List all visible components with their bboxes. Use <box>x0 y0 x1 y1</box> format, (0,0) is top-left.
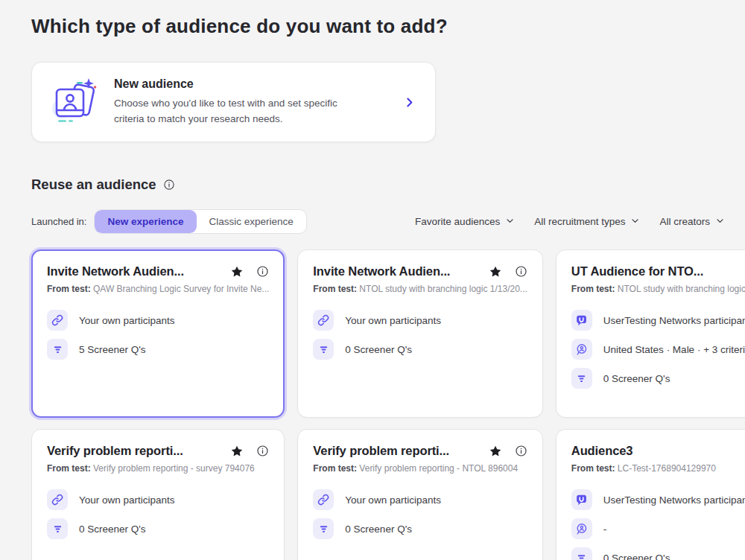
audience-card-title: Verify problem reporti... <box>313 444 484 458</box>
from-test-value: NTOL study with branching logic 1/13/20.… <box>618 284 745 294</box>
new-audience-description: Choose who you'd like to test with and s… <box>114 96 346 127</box>
from-test-line: From test: NTOL study with branching log… <box>571 284 745 294</box>
from-test-value: NTOL study with branching logic 1/13/20.… <box>359 284 527 294</box>
audience-card-details: Your own participants5 Screener Q's <box>47 310 269 360</box>
id-cards-illustration-icon <box>44 75 104 129</box>
audience-detail-row: 0 Screener Q's <box>313 518 527 539</box>
usertesting-icon <box>571 310 592 331</box>
audience-card-header: UT Audience for NTO... <box>571 264 745 279</box>
audience-card-header: Verify problem reporti... <box>47 444 269 458</box>
from-test-line: From test: QAW Branching Logic Survey fo… <box>47 284 269 294</box>
filter-icon <box>47 339 68 360</box>
link-icon <box>47 489 68 510</box>
filter-icon <box>571 368 592 389</box>
audience-detail-row: - <box>571 518 745 539</box>
audience-detail-row: 0 Screener Q's <box>571 547 745 560</box>
audience-detail-row: UserTesting Networks participants <box>571 489 745 510</box>
from-test-label: From test: <box>47 463 91 474</box>
new-audience-title: New audience <box>114 77 403 91</box>
chevron-down-icon <box>715 216 725 228</box>
info-icon[interactable] <box>163 179 175 191</box>
toggle-new-experience[interactable]: New experience <box>95 210 196 233</box>
audience-detail-text: Your own participants <box>79 315 175 326</box>
audience-criteria-icon <box>571 518 592 539</box>
audience-card-2[interactable]: Invite Network Audien... From test: NTOL… <box>297 249 542 418</box>
chevron-down-icon <box>630 216 640 228</box>
audience-card-5[interactable]: Verify problem reporti... From test: Ver… <box>297 429 542 560</box>
from-test-label: From test: <box>571 284 615 294</box>
chevron-down-icon <box>505 216 515 228</box>
filter-icon <box>47 518 68 539</box>
audience-card-6[interactable]: Audience3 From test: LC-Test-17689041299… <box>556 429 745 560</box>
audience-card-header: Audience3 <box>571 444 745 458</box>
from-test-label: From test: <box>313 284 357 294</box>
audience-detail-text: Your own participants <box>345 494 441 506</box>
toggle-classic-experience[interactable]: Classic experience <box>197 210 306 233</box>
audience-card-3[interactable]: UT Audience for NTO... From test: NTOL s… <box>556 249 745 418</box>
recruitment-types-dropdown[interactable]: All recruitment types <box>534 216 640 228</box>
info-icon[interactable] <box>256 265 269 278</box>
from-test-value: QAW Branching Logic Survey for Invite Ne… <box>93 284 269 294</box>
filter-icon <box>313 518 334 539</box>
audience-card-details: UserTesting Networks participants-0 Scre… <box>571 489 745 560</box>
filter-icon <box>571 547 592 560</box>
new-audience-card[interactable]: New audience Choose who you'd like to te… <box>31 62 436 142</box>
audience-detail-row: United States · Male · + 3 criteria <box>571 339 745 360</box>
usertesting-icon <box>571 489 592 510</box>
audience-detail-row: Your own participants <box>313 310 527 331</box>
audience-detail-row: Your own participants <box>313 489 527 510</box>
from-test-line: From test: LC-Test-1768904129970 <box>571 463 745 474</box>
from-test-line: From test: NTOL study with branching log… <box>313 284 527 294</box>
favorite-audiences-label: Favorite audiences <box>415 216 500 227</box>
audience-criteria-icon <box>571 339 592 360</box>
audience-detail-text: Your own participants <box>345 315 441 326</box>
audience-detail-row: 5 Screener Q's <box>47 339 269 360</box>
audience-detail-text: United States · Male · + 3 criteria <box>603 344 745 355</box>
audience-card-header: Invite Network Audien... <box>47 264 269 279</box>
audience-detail-text: Your own participants <box>79 494 175 506</box>
link-icon <box>313 489 334 510</box>
audience-detail-row: Your own participants <box>47 310 269 331</box>
audience-card-details: Your own participants0 Screener Q's <box>313 489 527 539</box>
audience-card-title: Verify problem reporti... <box>47 444 226 458</box>
audience-detail-text: 0 Screener Q's <box>603 373 670 384</box>
audience-detail-text: 0 Screener Q's <box>345 344 412 355</box>
favorite-star-icon[interactable] <box>489 265 502 279</box>
from-test-line: From test: Verify problem reporting - su… <box>47 463 269 474</box>
experience-toggle: New experience Classic experience <box>94 209 306 234</box>
audience-card-1[interactable]: Invite Network Audien... From test: QAW … <box>31 249 285 418</box>
audience-detail-row: UserTesting Networks participants <box>571 310 745 331</box>
info-icon[interactable] <box>256 445 269 457</box>
audience-detail-text: 0 Screener Q's <box>603 553 670 560</box>
chevron-right-icon[interactable] <box>403 96 416 109</box>
from-test-value: Verify problem reporting - survey 794076 <box>93 463 255 474</box>
audience-cards-grid: Invite Network Audien... From test: QAW … <box>31 249 725 560</box>
page-title: Which type of audience do you want to ad… <box>31 15 725 38</box>
audience-card-title: Invite Network Audien... <box>47 264 226 279</box>
from-test-value: LC-Test-1768904129970 <box>618 463 716 474</box>
from-test-label: From test: <box>47 284 91 294</box>
favorite-star-icon[interactable] <box>230 445 244 458</box>
audience-detail-text: 0 Screener Q's <box>79 524 146 535</box>
audience-card-4[interactable]: Verify problem reporti... From test: Ver… <box>31 429 285 560</box>
audience-detail-row: Your own participants <box>47 489 269 510</box>
audience-card-title: UT Audience for NTO... <box>571 264 742 279</box>
audience-card-title: Invite Network Audien... <box>313 264 484 279</box>
recruitment-types-label: All recruitment types <box>534 216 625 227</box>
audience-detail-row: 0 Screener Q's <box>313 339 527 360</box>
favorite-star-icon[interactable] <box>230 265 244 279</box>
info-icon[interactable] <box>515 445 527 457</box>
favorite-star-icon[interactable] <box>489 445 502 458</box>
from-test-label: From test: <box>313 463 357 474</box>
link-icon <box>313 310 334 331</box>
audience-detail-row: 0 Screener Q's <box>47 518 269 539</box>
audience-detail-row: 0 Screener Q's <box>571 368 745 389</box>
creators-dropdown[interactable]: All creators <box>659 216 725 228</box>
audience-card-details: Your own participants0 Screener Q's <box>313 310 527 360</box>
from-test-line: From test: Verify problem reporting - NT… <box>313 463 527 474</box>
launched-in-label: Launched in: <box>31 216 86 227</box>
favorite-audiences-dropdown[interactable]: Favorite audiences <box>415 216 515 228</box>
audience-card-details: Your own participants0 Screener Q's <box>47 489 269 539</box>
info-icon[interactable] <box>515 265 527 278</box>
reuse-audience-heading: Reuse an audience <box>31 176 156 193</box>
